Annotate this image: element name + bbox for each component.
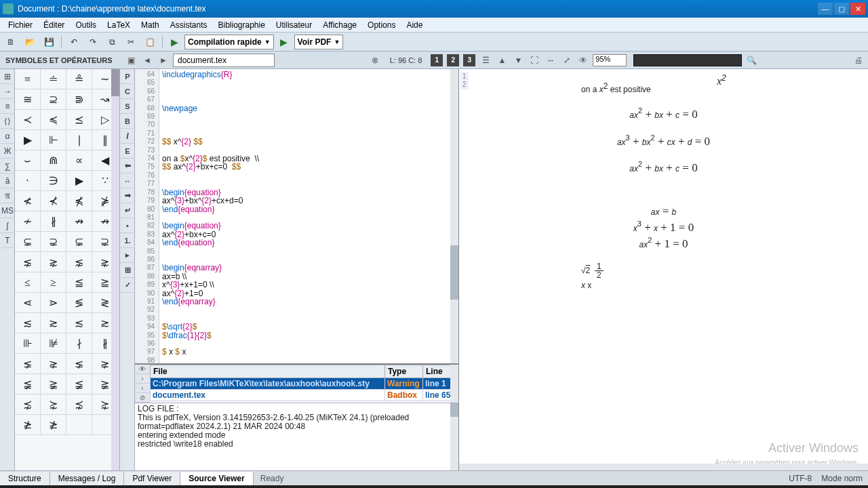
- log-scrollbar[interactable]: [450, 403, 458, 470]
- symbol-cell[interactable]: ⊇: [41, 89, 66, 109]
- symbol-cell[interactable]: ⌣: [15, 150, 41, 170]
- cat-int-button[interactable]: ∫: [0, 218, 15, 233]
- cat-misc-button[interactable]: ≡: [0, 99, 15, 114]
- run-view-button[interactable]: ▶: [277, 35, 292, 49]
- fit-page-button[interactable]: ⛶: [528, 54, 541, 67]
- pdf-down-button[interactable]: ▼: [511, 54, 525, 67]
- symbol-cell[interactable]: ≤: [15, 272, 41, 292]
- symbol-cell[interactable]: ≶: [66, 293, 92, 312]
- close-doc-button[interactable]: ⊗: [368, 54, 382, 67]
- symbol-cell[interactable]: ≱: [15, 415, 41, 434]
- cat-operators-button[interactable]: ∑: [0, 159, 15, 174]
- symbol-cell[interactable]: ·: [15, 171, 41, 190]
- menu-outils[interactable]: Outils: [70, 19, 102, 31]
- menu-options[interactable]: Options: [362, 19, 401, 31]
- symbol-cell[interactable]: ⪇: [66, 354, 92, 373]
- symbol-cell[interactable]: ⪈: [41, 354, 66, 373]
- chapter-button[interactable]: C: [120, 84, 135, 99]
- document-selector[interactable]: document.tex: [173, 54, 275, 67]
- symbol-cell[interactable]: ⪯: [66, 110, 92, 129]
- symbol-cell[interactable]: ⊊: [15, 232, 41, 251]
- close-button[interactable]: ✕: [850, 3, 865, 15]
- maximize-button[interactable]: ▢: [834, 3, 849, 15]
- symbol-cell[interactable]: ⋠: [66, 191, 92, 211]
- pdf-hscrollbar[interactable]: [459, 464, 868, 470]
- synctex-button[interactable]: 👁: [576, 54, 590, 67]
- symbol-cell[interactable]: ⊪: [15, 333, 41, 353]
- symbol-cell[interactable]: ≩: [41, 374, 66, 394]
- tab-structure[interactable]: Structure: [0, 472, 50, 485]
- new-file-button[interactable]: 🗎: [3, 35, 19, 49]
- symbol-cell[interactable]: ⊋: [41, 232, 66, 251]
- eye-icon[interactable]: 👁: [135, 365, 150, 374]
- newline-button[interactable]: ↵: [120, 203, 135, 218]
- collapse-icon[interactable]: ‹: [135, 384, 150, 393]
- section-button[interactable]: S: [120, 99, 135, 114]
- symbol-cell[interactable]: ≳: [41, 313, 66, 333]
- log-output[interactable]: LOG FILE : This is pdfTeX, Version 3.141…: [135, 403, 458, 470]
- symbol-cell[interactable]: ∋: [41, 171, 66, 190]
- cat-fonts-button[interactable]: 𝔄: [0, 188, 15, 203]
- menu-bibliographie[interactable]: Bibliographie: [212, 19, 270, 31]
- right-align-button[interactable]: ➡: [120, 188, 135, 203]
- col-type[interactable]: Type: [385, 365, 423, 378]
- mode-1-badge[interactable]: 1: [431, 54, 443, 66]
- symbol-cell[interactable]: ⊩: [41, 130, 66, 150]
- toggle-sidebar-button[interactable]: ▣: [124, 54, 138, 67]
- cat-text-button[interactable]: T: [0, 233, 15, 248]
- code-editor[interactable]: 64 65 66 67 68 69 70 71 72 73 74 75 76 7…: [135, 69, 458, 363]
- fit-width-button[interactable]: ↔: [544, 54, 557, 67]
- symbol-cell[interactable]: ≼: [41, 110, 66, 129]
- cat-ms-button[interactable]: MS: [0, 203, 15, 218]
- message-row[interactable]: C:\Program Files\MiKTeX\tex\latex\auxhoo…: [151, 378, 458, 390]
- redo-button[interactable]: ↷: [85, 35, 101, 49]
- copy-button[interactable]: ⧉: [104, 35, 120, 49]
- italic-button[interactable]: I: [120, 129, 135, 144]
- menu-assistants[interactable]: Assistants: [165, 19, 213, 31]
- cat-cyrillic-button[interactable]: Ж: [0, 144, 15, 159]
- editor-scrollbar[interactable]: [450, 69, 458, 363]
- menu-latex[interactable]: LaTeX: [102, 19, 136, 31]
- nav-back-button[interactable]: ◄: [140, 54, 154, 67]
- symbol-cell[interactable]: ▶: [66, 171, 92, 190]
- compile-mode-dropdown[interactable]: Compilation rapide ▼: [184, 35, 274, 49]
- symbol-cell[interactable]: ≮: [15, 191, 41, 211]
- symbol-cell[interactable]: ≗: [66, 69, 92, 89]
- symbol-cell[interactable]: ≥: [41, 272, 66, 292]
- menu-editer[interactable]: Éditer: [38, 19, 70, 31]
- menu-affichage[interactable]: Affichage: [317, 19, 362, 31]
- symbol-cell[interactable]: ∦: [41, 211, 66, 231]
- symbol-cell[interactable]: ⊀: [41, 191, 66, 211]
- cut-button[interactable]: ✂: [123, 35, 139, 49]
- paste-button[interactable]: 📋: [142, 35, 158, 49]
- tab-messages[interactable]: Messages / Log: [50, 472, 125, 485]
- symbol-cell[interactable]: ⋗: [41, 293, 66, 312]
- expand-icon[interactable]: ›: [135, 374, 150, 384]
- external-view-button[interactable]: ⤢: [560, 54, 574, 67]
- menu-aide[interactable]: Aide: [401, 19, 428, 31]
- symbol-cell[interactable]: ≐: [41, 69, 66, 89]
- enumerate-button[interactable]: 1.: [120, 233, 135, 248]
- menu-math[interactable]: Math: [136, 19, 165, 31]
- symbol-cell[interactable]: ∤: [66, 333, 92, 353]
- symbol-cell[interactable]: ⋦: [15, 252, 41, 272]
- symbol-cell[interactable]: [66, 415, 92, 434]
- symbol-cell[interactable]: ≨: [66, 374, 92, 394]
- symbol-cell[interactable]: ∣: [66, 130, 92, 150]
- mode-3-badge[interactable]: 3: [463, 54, 475, 66]
- symbols-scrollbar[interactable]: [111, 69, 119, 470]
- symbol-cell[interactable]: ⋨: [15, 394, 41, 414]
- cat-delimiters-button[interactable]: ⟨⟩: [0, 114, 15, 129]
- symbol-cell[interactable]: ⋖: [15, 293, 41, 312]
- part-button[interactable]: P: [120, 69, 135, 84]
- check-button[interactable]: ✓: [120, 278, 135, 293]
- symbol-cell[interactable]: ⋦: [66, 252, 92, 272]
- symbol-cell[interactable]: ⋑: [66, 89, 92, 109]
- symbol-cell[interactable]: ⋒: [41, 150, 66, 170]
- toc-button[interactable]: ☰: [479, 54, 492, 67]
- bold-button[interactable]: B: [120, 114, 135, 129]
- symbol-cell[interactable]: ⊊: [66, 232, 92, 251]
- symbol-cell[interactable]: ≁: [15, 211, 41, 231]
- save-button[interactable]: 💾: [41, 35, 57, 49]
- emph-button[interactable]: E: [120, 144, 135, 159]
